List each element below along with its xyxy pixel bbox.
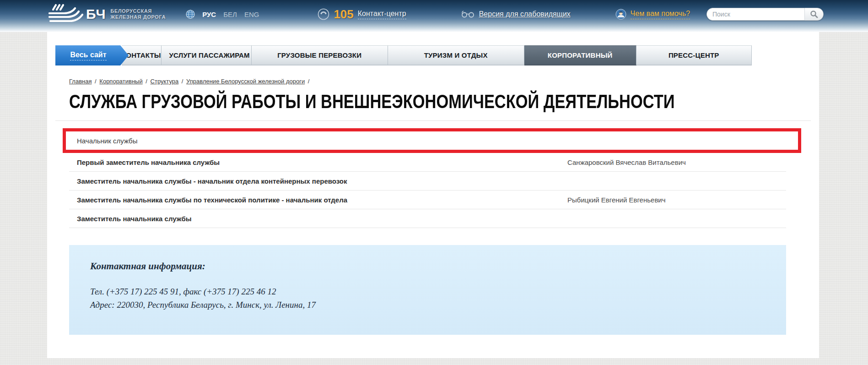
main-tab[interactable]: УСЛУГИ ПАССАЖИРАМ (162, 45, 252, 65)
search-box (706, 8, 824, 21)
lang-рус[interactable]: РУС (202, 11, 216, 18)
main-tab[interactable]: ТУРИЗМ И ОТДЫХ (388, 45, 524, 65)
globe-icon (186, 10, 195, 19)
lang-бел[interactable]: БЕЛ (223, 11, 237, 18)
breadcrumb-link[interactable]: Главная (69, 78, 92, 85)
contact-center-link[interactable]: 105 Контакт-центр (318, 7, 406, 22)
assistant-avatar-icon (615, 9, 626, 20)
name-cell: Рыбицкий Евгений Евгеньевич (567, 196, 786, 204)
logo-abbr: БЧ (86, 6, 106, 22)
breadcrumb-link[interactable]: Корпоративный (99, 78, 142, 85)
name-cell: Санжаровский Вячеслав Витальевич (567, 158, 786, 166)
position-cell: Заместитель начальника службы (69, 215, 567, 223)
lang-eng[interactable]: ENG (244, 11, 259, 18)
title-divider (55, 120, 811, 121)
table-row[interactable]: Заместитель начальника службы - начальни… (69, 172, 786, 191)
position-cell: Заместитель начальника службы по техниче… (69, 196, 567, 204)
position-cell: Начальник службы (66, 137, 564, 145)
staff-table: Начальник службы Первый заместитель нача… (69, 128, 786, 228)
breadcrumb-separator: / (93, 78, 98, 85)
content-area: Весь сайт КОНТАКТЫУСЛУГИ ПАССАЖИРАМГРУЗО… (47, 32, 819, 358)
position-cell: Заместитель начальника службы - начальни… (69, 177, 567, 185)
contact-line: Тел. (+375 17) 225 45 91, факс (+375 17)… (90, 285, 765, 298)
breadcrumb-link[interactable]: Структура (151, 78, 179, 85)
main-tab[interactable]: КОРПОРАТИВНЫЙ (524, 45, 636, 65)
table-row[interactable]: Начальник службы (63, 128, 801, 153)
contact-center-label: Контакт-центр (358, 10, 406, 19)
table-row[interactable]: Заместитель начальника службы по техниче… (69, 191, 786, 209)
page-title: СЛУЖБА ГРУЗОВОЙ РАБОТЫ И ВНЕШНЕЭКОНОМИЧЕ… (69, 91, 819, 112)
tab-whole-site[interactable]: Весь сайт (55, 45, 129, 65)
help-label: Чем вам помочь? (631, 10, 690, 19)
logo-text: БЕЛОРУССКАЯ ЖЕЛЕЗНАЯ ДОРОГА (111, 8, 166, 20)
tab-whole-site-label: Весь сайт (70, 51, 106, 60)
contact-center-number: 105 (334, 7, 353, 22)
contact-info-card: Контактная информация: Тел. (+375 17) 22… (69, 245, 786, 335)
search-icon (810, 10, 818, 18)
table-row[interactable]: Первый заместитель начальника службы Сан… (69, 153, 786, 172)
search-button[interactable] (804, 8, 824, 21)
glasses-icon (461, 11, 475, 18)
main-tab[interactable]: ГРУЗОВЫЕ ПЕРЕВОЗКИ (252, 45, 388, 65)
search-input[interactable] (706, 8, 804, 21)
help-link[interactable]: Чем вам помочь? (615, 9, 690, 20)
main-tab[interactable]: ПРЕСС-ЦЕНТР (636, 45, 752, 65)
breadcrumb: Главная / Корпоративный / Структура / Уп… (69, 78, 819, 85)
contact-info-heading: Контактная информация: (90, 261, 765, 272)
breadcrumb-separator: / (306, 78, 309, 85)
language-switcher: РУСБЕЛENG (186, 10, 259, 19)
breadcrumb-link[interactable]: Управление Белорусской железной дороги (186, 78, 305, 85)
phone-icon (318, 8, 329, 20)
accessibility-label: Версия для слабовидящих (479, 10, 571, 18)
logo[interactable]: БЧ БЕЛОРУССКАЯ ЖЕЛЕЗНАЯ ДОРОГА (49, 4, 166, 25)
railway-logo-icon (49, 4, 84, 25)
table-row[interactable]: Заместитель начальника службы (69, 209, 786, 228)
position-cell: Первый заместитель начальника службы (69, 158, 567, 166)
main-nav: Весь сайт КОНТАКТЫУСЛУГИ ПАССАЖИРАМГРУЗО… (55, 32, 810, 65)
accessibility-link[interactable]: Версия для слабовидящих (461, 10, 571, 18)
contact-lines: Тел. (+375 17) 225 45 91, факс (+375 17)… (90, 285, 765, 311)
contact-line: Адрес: 220030, Республика Беларусь, г. М… (90, 298, 765, 311)
breadcrumb-separator: / (144, 78, 149, 85)
breadcrumb-separator: / (180, 78, 185, 85)
site-header: БЧ БЕЛОРУССКАЯ ЖЕЛЕЗНАЯ ДОРОГА РУСБЕЛENG (0, 0, 868, 32)
